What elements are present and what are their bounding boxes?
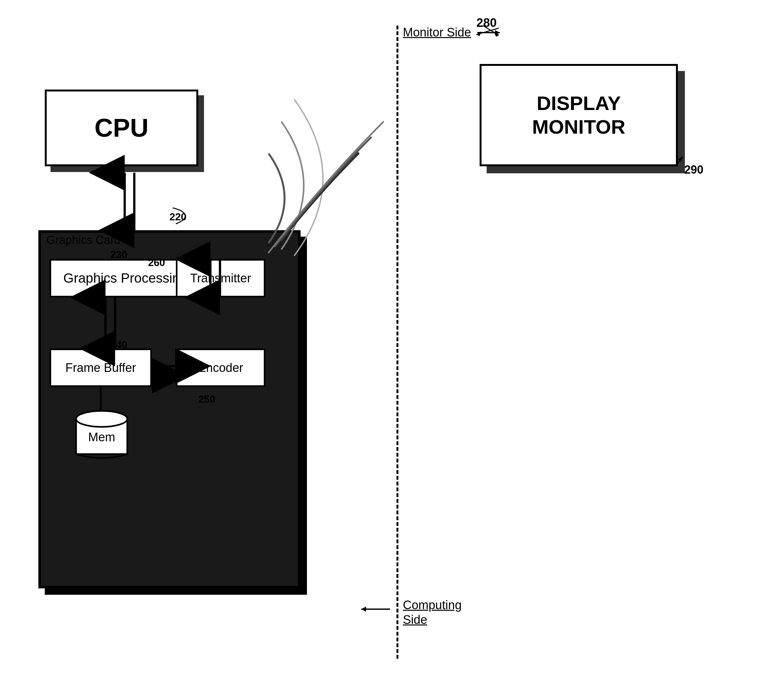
monitor-side-area: 280 Monitor Side: [403, 26, 506, 39]
transmitter-label: Transmitter: [190, 272, 251, 285]
frame-buffer-box: Frame Buffer: [50, 349, 152, 387]
frame-buffer-label: Frame Buffer: [65, 361, 136, 375]
cpu-box: CPU: [45, 89, 198, 166]
computing-side-area: ComputingSide: [403, 598, 462, 627]
dashed-divider-line: [397, 26, 399, 659]
label-230: 230: [110, 249, 127, 261]
computing-side-arrow: [358, 603, 397, 616]
display-monitor-box: DISPLAYMONITOR: [480, 64, 678, 166]
label-220: 220: [169, 211, 187, 223]
arrow-280: [467, 22, 563, 41]
cpu-label: CPU: [95, 113, 149, 142]
encoder-box: Encoder: [176, 349, 265, 387]
monitor-side-label: Monitor Side: [403, 26, 471, 39]
encoder-label: Encoder: [198, 361, 243, 375]
label-260: 260: [148, 257, 165, 268]
label-240: 240: [110, 339, 127, 351]
mem-cylinder: Mem: [70, 409, 134, 460]
computing-side-label: ComputingSide: [403, 598, 462, 627]
svg-point-1: [76, 411, 127, 427]
svg-line-27: [678, 157, 683, 163]
svg-text:Mem: Mem: [88, 431, 115, 444]
display-monitor-label: DISPLAYMONITOR: [532, 91, 625, 139]
label-250: 250: [198, 393, 215, 405]
svg-marker-28: [678, 157, 683, 161]
graphics-card-label: Graphics Card: [46, 234, 121, 247]
transmitter-box: Transmitter: [176, 259, 265, 297]
label-290: 290: [684, 163, 703, 177]
svg-marker-8: [361, 606, 366, 612]
